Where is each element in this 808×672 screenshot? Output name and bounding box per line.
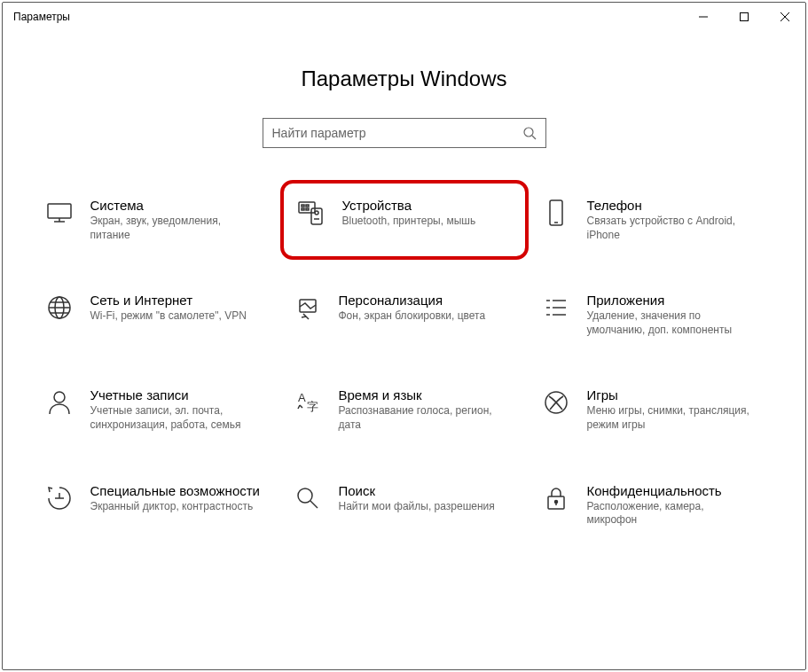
settings-grid: Система Экран, звук, уведомления, питани…: [41, 192, 768, 533]
titlebar: Параметры: [3, 3, 805, 31]
tile-label: Устройства: [342, 198, 476, 213]
tile-text: Поиск Найти мои файлы, разрешения: [339, 483, 495, 514]
svg-line-5: [532, 136, 536, 139]
tile-label: Время и язык: [339, 387, 507, 402]
svg-rect-13: [306, 208, 309, 210]
tile-gaming[interactable]: Игры Меню игры, снимки, трансляция, режи…: [537, 382, 768, 437]
tile-personalization[interactable]: Персонализация Фон, экран блокировки, цв…: [289, 287, 520, 342]
svg-rect-17: [550, 200, 562, 225]
tile-devices[interactable]: Устройства Bluetooth, принтеры, мышь: [280, 180, 529, 260]
tile-text: Учетные записи Учетные записи, эл. почта…: [90, 387, 259, 432]
tile-text: Игры Меню игры, снимки, трансляция, режи…: [587, 387, 756, 432]
svg-point-4: [524, 128, 533, 137]
tile-label: Учетные записи: [90, 387, 259, 402]
tile-label: Сеть и Интернет: [90, 293, 247, 308]
search-box[interactable]: [263, 118, 546, 148]
search-icon: [522, 126, 537, 140]
accessibility-icon: [44, 483, 75, 513]
svg-line-38: [310, 501, 318, 508]
window-controls: [683, 3, 805, 31]
phone-icon: [541, 198, 571, 228]
tile-desc: Найти мои файлы, разрешения: [339, 500, 495, 514]
tile-label: Телефон: [587, 198, 756, 213]
tile-desc: Расположение, камера, микрофон: [587, 500, 756, 527]
svg-rect-1: [741, 13, 749, 21]
svg-rect-6: [48, 204, 71, 218]
tile-desc: Меню игры, снимки, трансляция, режим игр…: [587, 404, 756, 432]
svg-rect-12: [302, 208, 304, 210]
globe-icon: [44, 293, 75, 323]
tile-label: Персонализация: [339, 293, 486, 308]
tile-text: Время и язык Распознавание голоса, регио…: [339, 387, 507, 432]
svg-rect-11: [306, 205, 309, 207]
tile-apps[interactable]: Приложения Удаление, значения по умолчан…: [537, 287, 768, 342]
paintbrush-icon: [293, 293, 323, 323]
tile-text: Сеть и Интернет Wi-Fi, режим "в самолете…: [90, 293, 247, 324]
tile-system[interactable]: Система Экран, звук, уведомления, питани…: [41, 192, 271, 247]
search-input[interactable]: [272, 126, 522, 140]
person-icon: [44, 387, 75, 418]
tile-text: Конфиденциальность Расположение, камера,…: [587, 483, 756, 527]
tile-desc: Bluetooth, принтеры, мышь: [342, 215, 476, 229]
svg-point-31: [54, 392, 65, 402]
page-title: Параметры Windows: [302, 66, 507, 91]
content-area: Параметры Windows Система Экран, звук, у…: [3, 31, 805, 669]
apps-icon: [541, 293, 571, 323]
tile-text: Специальные возможности Экранный диктор,…: [90, 483, 261, 514]
tile-desc: Распознавание голоса, регион, дата: [339, 404, 507, 432]
devices-icon: [296, 198, 326, 228]
tile-label: Игры: [587, 387, 756, 402]
tile-label: Специальные возможности: [90, 483, 261, 498]
tile-search[interactable]: Поиск Найти мои файлы, разрешения: [289, 478, 520, 533]
tile-desc: Фон, экран блокировки, цвета: [339, 309, 486, 324]
tile-text: Персонализация Фон, экран блокировки, цв…: [339, 293, 486, 324]
tile-label: Система: [90, 198, 259, 213]
tile-desc: Экранный диктор, контрастность: [90, 500, 259, 514]
tile-network[interactable]: Сеть и Интернет Wi-Fi, режим "в самолете…: [41, 287, 271, 342]
tile-text: Устройства Bluetooth, принтеры, мышь: [342, 198, 476, 229]
svg-text:字: 字: [307, 400, 318, 413]
tile-label: Поиск: [339, 483, 495, 498]
svg-point-37: [298, 488, 312, 503]
tile-desc: Экран, звук, уведомления, питание: [90, 215, 259, 242]
settings-window: Параметры Параметры Windows: [2, 2, 806, 670]
tile-phone[interactable]: Телефон Связать устройство с Android, iP…: [537, 192, 768, 247]
svg-point-15: [315, 211, 318, 215]
tile-ease-of-access[interactable]: Специальные возможности Экранный диктор,…: [41, 478, 271, 533]
svg-rect-9: [299, 202, 315, 213]
maximize-button[interactable]: [724, 3, 765, 31]
tile-time-language[interactable]: A字 Время и язык Распознавание голоса, ре…: [289, 382, 520, 437]
system-icon: [44, 198, 75, 228]
xbox-icon: [541, 387, 571, 418]
minimize-button[interactable]: [683, 3, 724, 31]
tile-accounts[interactable]: Учетные записи Учетные записи, эл. почта…: [41, 382, 271, 437]
close-button[interactable]: [765, 3, 805, 31]
tile-text: Телефон Связать устройство с Android, iP…: [587, 198, 756, 242]
search-large-icon: [293, 483, 323, 513]
language-icon: A字: [293, 387, 323, 418]
tile-desc: Wi-Fi, режим "в самолете", VPN: [90, 309, 247, 324]
lock-icon: [541, 483, 571, 513]
svg-text:A: A: [298, 391, 306, 404]
window-title: Параметры: [13, 11, 70, 23]
tile-text: Приложения Удаление, значения по умолчан…: [587, 293, 756, 337]
svg-rect-10: [302, 205, 304, 207]
tile-privacy[interactable]: Конфиденциальность Расположение, камера,…: [537, 478, 768, 533]
tile-label: Конфиденциальность: [587, 483, 756, 498]
tile-desc: Связать устройство с Android, iPhone: [587, 215, 756, 242]
tile-desc: Удаление, значения по умолчанию, доп. ко…: [587, 309, 756, 337]
tile-label: Приложения: [587, 293, 756, 308]
tile-desc: Учетные записи, эл. почта, синхронизация…: [90, 404, 259, 432]
tile-text: Система Экран, звук, уведомления, питани…: [90, 198, 259, 242]
